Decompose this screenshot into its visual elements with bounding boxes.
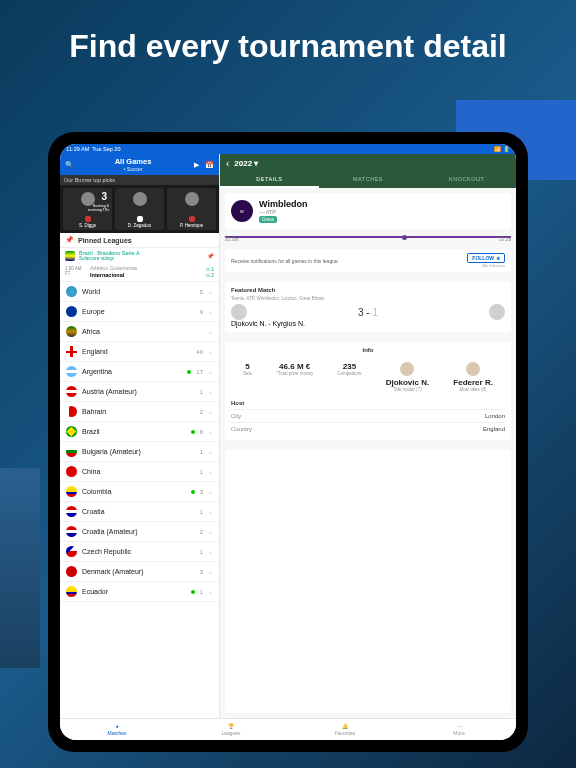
country-row[interactable]: Argentina17⌄ (60, 362, 219, 382)
bottom-tab-matches[interactable]: ●Matches (60, 719, 174, 740)
player-avatar (466, 362, 480, 376)
player-avatar (489, 304, 505, 320)
flag-icon (66, 526, 77, 537)
country-row[interactable]: China1⌄ (60, 462, 219, 482)
flag-icon (66, 366, 77, 377)
tab-details[interactable]: DETAILS (220, 172, 319, 188)
country-row[interactable]: Brazil8⌄ (60, 422, 219, 442)
pick-card[interactable]: P. Henrique (167, 188, 216, 230)
chevron-down-icon: ⌄ (208, 588, 213, 595)
host-row: CityLondon (231, 409, 505, 422)
country-name: Colombia (82, 488, 186, 495)
leagues-icon: 🏆 (228, 723, 234, 729)
tourney-card[interactable]: W Wimbledon — ATP Grass (225, 193, 511, 229)
chevron-down-icon: ⌄ (208, 548, 213, 555)
live-indicator (191, 490, 195, 494)
host-row: CountryEngland (231, 422, 505, 435)
match-count: 1 (200, 469, 203, 475)
tourney-name: Wimbledon (259, 199, 307, 209)
country-row[interactable]: Ecuador1⌄ (60, 582, 219, 602)
player-name: P. Henrique (180, 223, 203, 228)
country-name: Bahrain (82, 408, 195, 415)
pick-card[interactable]: 3Rushing & receiving TDsS. Diggs (63, 188, 112, 230)
country-name: World (82, 288, 195, 295)
country-row[interactable]: Croatia (Amateur)2⌄ (60, 522, 219, 542)
notif-text: Receive notifications for all games in t… (231, 258, 467, 264)
featured-card[interactable]: Featured Match Tennis, ATP, Wimbledon, L… (225, 282, 511, 332)
chevron-down-icon: ⌄ (208, 428, 213, 435)
flag-icon (66, 546, 77, 557)
pinned-league[interactable]: Brazil · Brasileiro Serie A Sofascore ra… (60, 248, 219, 263)
tab-matches[interactable]: MATCHES (319, 172, 418, 188)
country-name: Ecuador (82, 588, 186, 595)
bottom-tabs: ●Matches🏆Leagues🔔Favorites⋯More (60, 718, 516, 740)
country-name: Argentina (82, 368, 182, 375)
calendar-icon[interactable]: 📅 (205, 160, 214, 169)
header-title[interactable]: All Games (78, 157, 188, 166)
back-icon[interactable]: ‹ (226, 158, 229, 169)
match-score: 3 - 1 (247, 307, 489, 318)
player-avatar (231, 304, 247, 320)
country-name: Brazil (82, 428, 186, 435)
follow-button[interactable]: FOLLOW ★ (467, 253, 505, 263)
country-row[interactable]: Austria (Amateur)1⌄ (60, 382, 219, 402)
country-row[interactable]: England40⌄ (60, 342, 219, 362)
country-row[interactable]: Croatia1⌄ (60, 502, 219, 522)
year-selector[interactable]: 2022 ▾ (234, 159, 258, 168)
pin-icon[interactable]: 📌 (207, 253, 214, 259)
notif-row: Receive notifications for all games in t… (225, 249, 511, 272)
chevron-down-icon: ⌄ (208, 288, 213, 295)
country-row[interactable]: World5⌄ (60, 282, 219, 302)
info-item: 235Competitors (337, 362, 361, 392)
tourney-header: ‹ 2022 ▾ (220, 154, 516, 172)
match-count: 2 (200, 529, 203, 535)
flag-icon (66, 566, 77, 577)
match-count: 2 (200, 409, 203, 415)
country-row[interactable]: Europe9⌄ (60, 302, 219, 322)
pick-card[interactable]: D. Zagadou (115, 188, 164, 230)
crest-icon (137, 216, 143, 222)
chevron-down-icon: ⌄ (208, 388, 213, 395)
info-item: 46.6 M €*Total prize money (276, 362, 313, 392)
chevron-down-icon: ⌄ (208, 348, 213, 355)
live-indicator (191, 590, 195, 594)
left-pane: 🔍 All Games • Soccer ▶ 📅 Our Buzzer top … (60, 154, 220, 718)
country-name: Africa (82, 328, 198, 335)
country-list[interactable]: World5⌄Europe9⌄Africa⌄England40⌄Argentin… (60, 282, 219, 718)
country-row[interactable]: Africa⌄ (60, 322, 219, 342)
flag-icon (66, 446, 77, 457)
picks-row[interactable]: 3Rushing & receiving TDsS. DiggsD. Zagad… (60, 185, 219, 233)
info-item: 5Sets (243, 362, 252, 392)
country-row[interactable]: Denmark (Amateur)3⌄ (60, 562, 219, 582)
country-name: China (82, 468, 195, 475)
country-name: Austria (Amateur) (82, 388, 195, 395)
flag-icon (66, 286, 77, 297)
chevron-down-icon: ⌄ (208, 368, 213, 375)
match-count: 1 (200, 389, 203, 395)
bottom-tab-more[interactable]: ⋯More (402, 719, 516, 740)
flag-icon (66, 306, 77, 317)
match-row[interactable]: 1:00 AMFT Atlético Goianiense Internacio… (60, 263, 219, 282)
screen: 11:29 AM Tue Sep 20 📶 🔋 🔍 All Games • So… (60, 144, 516, 740)
match-count: 17 (196, 369, 203, 375)
country-row[interactable]: Colombia3⌄ (60, 482, 219, 502)
match-count: 1 (200, 449, 203, 455)
country-name: Denmark (Amateur) (82, 568, 195, 575)
chevron-down-icon: ⌄ (208, 528, 213, 535)
picks-label: Our Buzzer top picks (60, 175, 219, 185)
flag-icon (66, 406, 77, 417)
player-avatar (185, 192, 199, 206)
country-row[interactable]: Bahrain2⌄ (60, 402, 219, 422)
country-row[interactable]: Bulgaria (Amateur)1⌄ (60, 442, 219, 462)
status-time: 11:29 AM Tue Sep 20 (66, 146, 120, 152)
live-icon[interactable]: ▶ (192, 160, 201, 169)
search-icon[interactable]: 🔍 (65, 160, 74, 169)
tab-knockout[interactable]: KNOCKOUT (417, 172, 516, 188)
bottom-tab-leagues[interactable]: 🏆Leagues (174, 719, 288, 740)
bottom-tab-favorites[interactable]: 🔔Favorites (288, 719, 402, 740)
chevron-down-icon: ⌄ (208, 468, 213, 475)
country-row[interactable]: Czech Republic1⌄ (60, 542, 219, 562)
player-name: D. Zagadou (128, 223, 152, 228)
info-card: Info 5Sets46.6 M €*Total prize money235C… (225, 342, 511, 440)
country-name: Croatia (Amateur) (82, 528, 195, 535)
